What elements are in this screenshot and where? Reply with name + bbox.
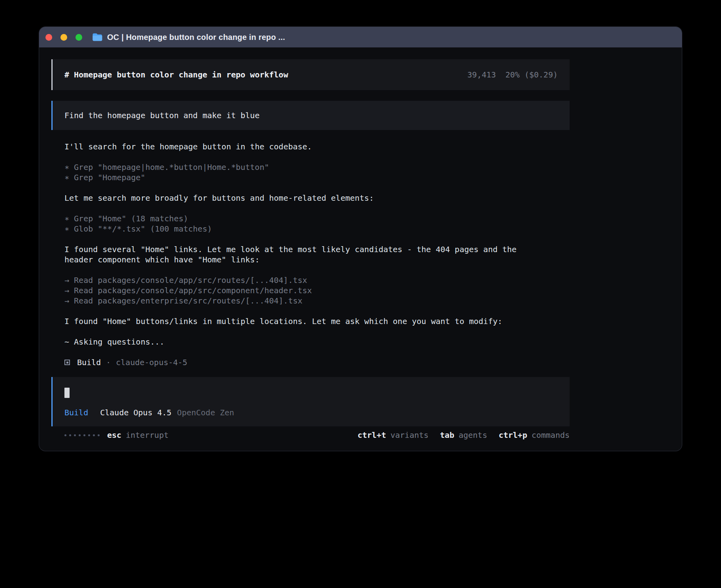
- user-message: Find the homepage button and make it blu…: [51, 101, 570, 130]
- status-bar: esc interrupt ctrl+t variants tab agents…: [51, 430, 570, 440]
- shortcut-variants: ctrl+t variants: [357, 430, 428, 440]
- zoom-button[interactable]: [75, 34, 82, 41]
- window-title: OC | Homepage button color change in rep…: [107, 33, 285, 42]
- assistant-text-line: I found "Home" buttons/links in multiple…: [64, 316, 545, 326]
- context-percent: 20%: [506, 70, 520, 80]
- assistant-text-line: I'll search for the homepage button in t…: [64, 141, 545, 152]
- blank-line: [64, 306, 570, 316]
- tool-call-line: →Read packages/enterprise/src/routes/[..…: [64, 296, 570, 306]
- shortcut-label: agents: [459, 430, 487, 440]
- blank-line: [64, 152, 570, 162]
- agent-status-row: Build · claude-opus-4-5: [51, 357, 570, 368]
- spinner-dot: [74, 434, 76, 436]
- tool-call-text: Read packages/console/app/src/routes/[..…: [74, 275, 307, 285]
- spinner-dot: [93, 434, 95, 436]
- session-header: # Homepage button color change in repo w…: [51, 59, 570, 90]
- input-provider-label: OpenCode Zen: [177, 407, 234, 418]
- tool-call-text: Glob "**/*.tsx" (100 matches): [74, 224, 212, 234]
- session-stats: 39,413 20% ($0.29): [467, 70, 558, 80]
- tool-call-line: ∗Grep "Home" (18 matches): [64, 213, 570, 224]
- blank-line: [64, 183, 570, 193]
- tool-call-line: ∗Glob "**/*.tsx" (100 matches): [64, 224, 570, 234]
- conversation: I'll search for the homepage button in t…: [51, 141, 570, 347]
- input-agent-label: Build: [64, 407, 88, 418]
- footer-shortcuts: ctrl+t variants tab agents ctrl+p comman…: [357, 430, 570, 440]
- shortcut-agents: tab agents: [440, 430, 487, 440]
- tool-arrow-icon: →: [64, 285, 69, 296]
- tool-call-line: ∗Grep "Homepage": [64, 172, 570, 183]
- traffic-lights: [45, 34, 82, 41]
- spinner-dot: [88, 434, 90, 436]
- shortcut-commands: ctrl+p commands: [498, 430, 570, 440]
- spinner-dot: [69, 434, 71, 436]
- input-status-line: Build Claude Opus 4.5 OpenCode Zen: [64, 407, 558, 418]
- spinner-dot: [79, 434, 81, 436]
- terminal-window: OC | Homepage button color change in rep…: [39, 27, 682, 451]
- token-count: 39,413: [467, 70, 496, 80]
- spinner-dot: [64, 434, 66, 436]
- terminal-content: # Homepage button color change in repo w…: [39, 47, 682, 440]
- tool-asterisk-icon: ∗: [64, 172, 69, 183]
- agent-name: Build: [77, 357, 101, 368]
- shortcut-label: variants: [391, 430, 428, 440]
- titlebar-title-group: OC | Homepage button color change in rep…: [92, 33, 285, 42]
- tool-call-text: Read packages/enterprise/src/routes/[...…: [74, 296, 302, 305]
- tool-call-line: →Read packages/console/app/src/routes/[.…: [64, 275, 570, 285]
- tool-asterisk-icon: ∗: [64, 162, 69, 172]
- blank-line: [64, 203, 570, 213]
- assistant-text-line: ~ Asking questions...: [64, 337, 545, 347]
- build-agent-icon: [64, 360, 70, 365]
- message-input[interactable]: Build Claude Opus 4.5 OpenCode Zen: [51, 377, 570, 426]
- tool-call-text: Grep "homepage|home.*button|Home.*button…: [74, 162, 269, 172]
- esc-action-label: interrupt: [126, 430, 168, 440]
- blank-line: [64, 234, 570, 244]
- blank-line: [64, 326, 570, 337]
- spinner-dot: [98, 434, 100, 436]
- tool-arrow-icon: →: [64, 275, 69, 285]
- spinner-dot: [83, 434, 85, 436]
- tool-call-line: ∗Grep "homepage|home.*button|Home.*butto…: [64, 162, 570, 172]
- spinner-dots: [64, 434, 100, 436]
- user-message-text: Find the homepage button and make it blu…: [64, 110, 260, 121]
- session-cost: ($0.29): [525, 70, 558, 80]
- close-button[interactable]: [45, 34, 52, 41]
- window-titlebar[interactable]: OC | Homepage button color change in rep…: [39, 27, 682, 47]
- tool-asterisk-icon: ∗: [64, 213, 69, 224]
- tool-call-text: Read packages/console/app/src/component/…: [74, 286, 312, 295]
- tool-asterisk-icon: ∗: [64, 224, 69, 234]
- agent-separator: ·: [106, 357, 111, 368]
- shortcut-key: ctrl+t: [357, 430, 386, 440]
- assistant-text-line: Let me search more broadly for buttons a…: [64, 193, 545, 203]
- desktop: { "window": { "title": "OC | Homepage bu…: [0, 0, 721, 588]
- tool-call-text: Grep "Home" (18 matches): [74, 214, 188, 223]
- status-bar-left: esc interrupt: [51, 430, 169, 440]
- esc-key-label: esc: [107, 430, 121, 440]
- shortcut-key: tab: [440, 430, 454, 440]
- shortcut-label: commands: [532, 430, 570, 440]
- agent-model: claude-opus-4-5: [116, 357, 187, 368]
- input-cursor-row: [64, 388, 558, 400]
- session-title: # Homepage button color change in repo w…: [64, 70, 288, 80]
- assistant-text-line: I found several "Home" links. Let me loo…: [64, 244, 545, 265]
- text-cursor: [64, 388, 70, 398]
- tool-call-line: →Read packages/console/app/src/component…: [64, 285, 570, 296]
- folder-icon: [92, 33, 103, 41]
- shortcut-interrupt: esc interrupt: [107, 430, 169, 440]
- shortcut-key: ctrl+p: [498, 430, 527, 440]
- tool-call-text: Grep "Homepage": [74, 173, 145, 182]
- input-model-label: Claude Opus 4.5: [100, 407, 172, 418]
- minimize-button[interactable]: [60, 34, 67, 41]
- tool-arrow-icon: →: [64, 296, 69, 306]
- blank-line: [64, 265, 570, 275]
